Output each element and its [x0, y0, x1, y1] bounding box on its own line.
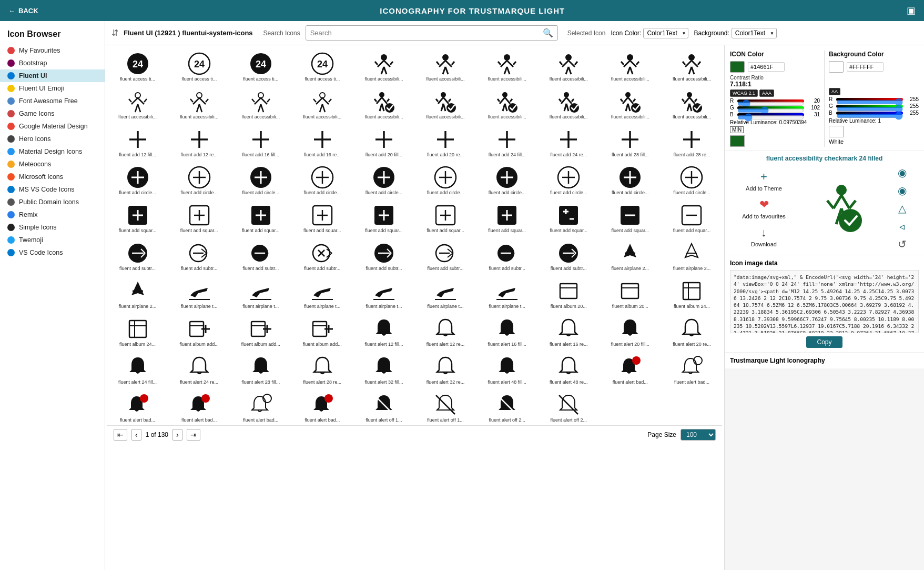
icon-cell-5[interactable]: fluent accessibili...: [415, 47, 475, 84]
icon-cell-79[interactable]: fluent alert 20 re...: [662, 313, 722, 349]
icon-cell-67[interactable]: fluent album 20...: [539, 275, 599, 312]
icon-cell-31[interactable]: fluent add circle...: [169, 161, 229, 198]
icon-cell-11[interactable]: fluent accessibili...: [169, 85, 229, 122]
icon-cell-70[interactable]: fluent album 24...: [107, 313, 168, 349]
icon-cell-82[interactable]: fluent alert 28 fill...: [230, 351, 291, 387]
bg-color-swatch[interactable]: [829, 61, 844, 73]
icon-color-hex-input[interactable]: [748, 62, 785, 72]
icon-cell-69[interactable]: fluent album 24...: [662, 275, 722, 312]
icon-cell-41[interactable]: fluent add squar...: [169, 199, 229, 236]
icon-cell-94[interactable]: fluent alert off 1...: [353, 388, 414, 425]
icon-cell-48[interactable]: fluent add squar...: [600, 199, 661, 236]
icon-cell-16[interactable]: fluent accessibili...: [477, 85, 537, 122]
icon-cell-74[interactable]: fluent alert 12 fill...: [353, 313, 414, 349]
sidebar-item-meteocons[interactable]: Meteocons: [0, 158, 105, 171]
icon-cell-40[interactable]: fluent add squar...: [107, 199, 168, 236]
icon-cell-62[interactable]: fluent airplane t...: [230, 275, 291, 312]
icon-cell-15[interactable]: fluent accessibili...: [415, 85, 475, 122]
icon-cell-8[interactable]: fluent accessibili...: [600, 47, 661, 84]
icon-cell-86[interactable]: fluent alert 48 fill...: [477, 351, 537, 387]
icon-cell-12[interactable]: fluent accessibili...: [230, 85, 291, 122]
icon-cell-46[interactable]: fluent add squar...: [477, 199, 537, 236]
icon-cell-3[interactable]: 24fluent access ti...: [292, 47, 352, 84]
icon-cell-59[interactable]: fluent airplane 2...: [662, 237, 722, 274]
side-icon-5[interactable]: ↺: [898, 238, 907, 251]
icon-cell-29[interactable]: fluent add 28 re...: [662, 123, 722, 160]
icon-cell-47[interactable]: fluent add squar...: [539, 199, 599, 236]
icon-cell-28[interactable]: fluent add 28 fill...: [600, 123, 661, 160]
icon-cell-63[interactable]: fluent airplane t...: [292, 275, 352, 312]
icon-cell-56[interactable]: fluent add subtr...: [477, 237, 537, 274]
sidebar-item-fluent-ui[interactable]: Fluent UI: [0, 69, 105, 82]
sidebar-item-twemoji[interactable]: Twemoji: [0, 234, 105, 246]
icon-cell-34[interactable]: fluent add circle...: [353, 161, 414, 198]
icon-cell-97[interactable]: fluent alert off 2...: [539, 388, 599, 425]
icon-cell-84[interactable]: fluent alert 32 fill...: [353, 351, 414, 387]
icon-cell-22[interactable]: fluent add 16 fill...: [230, 123, 291, 160]
icon-cell-54[interactable]: fluent add subtr...: [353, 237, 414, 274]
sidebar-item-hero-icons[interactable]: Hero Icons: [0, 133, 105, 145]
icon-cell-77[interactable]: fluent alert 16 re...: [539, 313, 599, 349]
sidebar-item-favourites[interactable]: My Favourites: [0, 44, 105, 57]
icon-cell-44[interactable]: fluent add squar...: [353, 199, 414, 236]
bg-color-hex-input[interactable]: [847, 62, 884, 72]
icon-cell-38[interactable]: fluent add circle...: [600, 161, 661, 198]
side-icon-2[interactable]: ◉: [898, 184, 907, 197]
icon-cell-61[interactable]: fluent airplane t...: [169, 275, 229, 312]
sidebar-item-vs-code[interactable]: VS Code Icons: [0, 246, 105, 259]
sidebar-item-font-awesome[interactable]: Font Awesome Free: [0, 95, 105, 107]
icon-cell-23[interactable]: fluent add 16 re...: [292, 123, 352, 160]
icon-cell-92[interactable]: fluent alert bad...: [230, 388, 291, 425]
icon-cell-50[interactable]: fluent add subtr...: [107, 237, 168, 274]
sidebar-item-game-icons[interactable]: Game Icons: [0, 107, 105, 120]
icon-color-select[interactable]: Color1Text: [643, 28, 688, 38]
icon-cell-7[interactable]: fluent accessibili...: [539, 47, 599, 84]
icon-cell-60[interactable]: fluent airplane 2...: [107, 275, 168, 312]
icon-cell-75[interactable]: fluent alert 12 re...: [415, 313, 475, 349]
page-size-select[interactable]: 100: [681, 429, 716, 441]
side-icon-1[interactable]: ◉: [898, 166, 907, 179]
icon-cell-39[interactable]: fluent add circle...: [662, 161, 722, 198]
icon-cell-85[interactable]: fluent alert 32 re...: [415, 351, 475, 387]
search-button[interactable]: 🔍: [539, 26, 557, 40]
icon-cell-43[interactable]: fluent add squar...: [292, 199, 352, 236]
icon-cell-51[interactable]: fluent add subtr...: [169, 237, 229, 274]
icon-cell-9[interactable]: fluent accessibili...: [662, 47, 722, 84]
b-slider[interactable]: [737, 113, 804, 122]
icon-cell-1[interactable]: 24fluent access ti...: [169, 47, 229, 84]
icon-cell-83[interactable]: fluent alert 28 re...: [292, 351, 352, 387]
icon-cell-0[interactable]: 24fluent access ti...: [107, 47, 168, 84]
icon-cell-10[interactable]: fluent accessibili...: [107, 85, 168, 122]
icon-cell-21[interactable]: fluent add 12 re...: [169, 123, 229, 160]
icon-cell-24[interactable]: fluent add 20 fill...: [353, 123, 414, 160]
icon-cell-4[interactable]: fluent accessibili...: [353, 47, 414, 84]
icon-cell-81[interactable]: fluent alert 24 re...: [169, 351, 229, 387]
icon-cell-18[interactable]: fluent accessibili...: [600, 85, 661, 122]
icon-cell-65[interactable]: fluent airplane t...: [415, 275, 475, 312]
bg-color-select[interactable]: Color1Text: [732, 28, 777, 38]
icon-cell-96[interactable]: fluent alert off 2...: [477, 388, 537, 425]
icon-cell-87[interactable]: fluent alert 48 re...: [539, 351, 599, 387]
icon-cell-58[interactable]: fluent airplane 2...: [600, 237, 661, 274]
add-fav-button[interactable]: ❤ Add to favourites: [742, 198, 786, 219]
icon-cell-55[interactable]: fluent add subtr...: [415, 237, 475, 274]
first-page-button[interactable]: ⇤: [114, 429, 127, 441]
sidebar-item-material-design[interactable]: Material Design Icons: [0, 145, 105, 158]
icon-cell-93[interactable]: fluent alert bad...: [292, 388, 352, 425]
icon-cell-30[interactable]: fluent add circle...: [107, 161, 168, 198]
expand-icon[interactable]: ▣: [907, 5, 916, 16]
icon-cell-72[interactable]: fluent album add...: [230, 313, 291, 349]
icon-cell-17[interactable]: fluent accessibili...: [539, 85, 599, 122]
icon-cell-78[interactable]: fluent alert 20 fill...: [600, 313, 661, 349]
icon-color-swatch[interactable]: [730, 61, 745, 73]
icon-cell-45[interactable]: fluent add squar...: [415, 199, 475, 236]
icon-cell-33[interactable]: fluent add circle...: [292, 161, 352, 198]
icon-cell-13[interactable]: fluent accessibili...: [292, 85, 352, 122]
icon-cell-95[interactable]: fluent alert off 1...: [415, 388, 475, 425]
bg-b-slider[interactable]: [836, 112, 903, 120]
sidebar-item-ms-vscode[interactable]: MS VS Code Icons: [0, 183, 105, 196]
last-page-button[interactable]: ⇥: [187, 429, 200, 441]
icon-cell-42[interactable]: fluent add squar...: [230, 199, 291, 236]
icon-cell-57[interactable]: fluent add subtr...: [539, 237, 599, 274]
next-page-button[interactable]: ›: [172, 429, 182, 441]
